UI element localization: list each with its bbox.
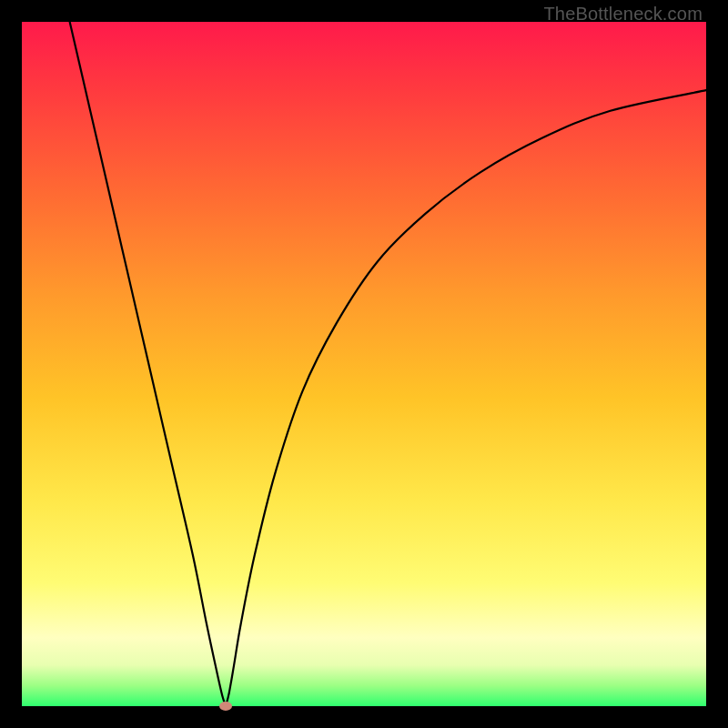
minimum-marker xyxy=(219,702,232,711)
curve-path xyxy=(70,22,706,706)
bottleneck-curve xyxy=(22,22,706,706)
